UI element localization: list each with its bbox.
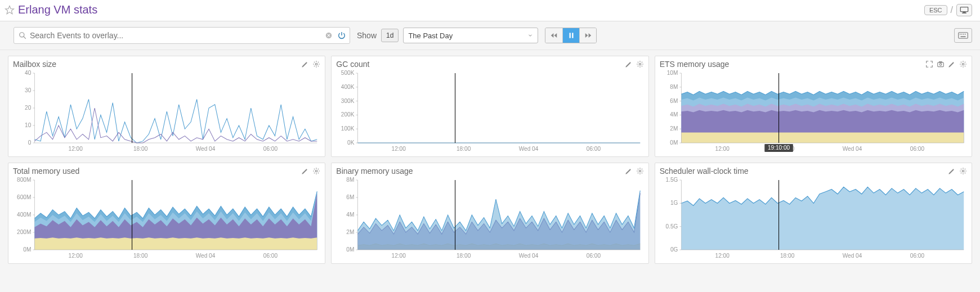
chart-grid: Mailbox size 01020304012:0018:00Wed 0406…: [0, 50, 980, 269]
svg-text:06:00: 06:00: [910, 146, 924, 152]
pencil-icon[interactable]: [948, 60, 956, 68]
svg-rect-3: [963, 12, 966, 13]
gear-icon[interactable]: [312, 60, 320, 68]
svg-text:19:10:00: 19:10:00: [768, 145, 790, 151]
chart-body[interactable]: 0K100K200K300K400K500K12:0018:00Wed 0406…: [336, 70, 643, 154]
svg-text:18:00: 18:00: [457, 146, 471, 152]
svg-text:12:00: 12:00: [715, 146, 730, 152]
pause-icon: [567, 32, 575, 39]
gear-icon[interactable]: [959, 60, 967, 68]
chart-body[interactable]: 0M2M4M6M8M12:0018:00Wed 0406:00: [336, 177, 643, 261]
time-preset-button[interactable]: 1d: [381, 29, 399, 42]
svg-text:06:00: 06:00: [587, 253, 601, 259]
chart-body[interactable]: 0M200M400M600M800M12:0018:00Wed 0406:00: [13, 177, 320, 261]
svg-text:0.5G: 0.5G: [665, 223, 678, 230]
chart-svg[interactable]: 0K100K200K300K400K500K12:0018:00Wed 0406…: [336, 70, 643, 154]
forward-icon: [584, 32, 592, 39]
rewind-button[interactable]: [545, 28, 562, 43]
pencil-icon[interactable]: [948, 167, 956, 175]
fullscreen-monitor-button[interactable]: [956, 4, 972, 16]
header-sep: /: [951, 5, 953, 15]
svg-text:300K: 300K: [341, 98, 355, 104]
svg-text:10: 10: [25, 122, 32, 128]
chart-panel-gc: GC count 0K100K200K300K400K500K12:0018:0…: [331, 56, 648, 157]
svg-text:20: 20: [25, 105, 32, 111]
keyboard-shortcuts-button[interactable]: [954, 28, 972, 43]
esc-button[interactable]: ESC: [924, 5, 947, 15]
chart-body[interactable]: 01020304012:0018:00Wed 0406:00: [13, 70, 320, 154]
header-left: Erlang VM stats: [5, 3, 97, 16]
gear-icon[interactable]: [636, 60, 644, 68]
camera-icon[interactable]: [937, 60, 945, 68]
svg-text:500K: 500K: [341, 70, 355, 76]
power-icon[interactable]: [337, 31, 346, 40]
svg-text:40: 40: [25, 70, 32, 76]
rewind-icon: [550, 32, 558, 39]
chart-svg[interactable]: 0M2M4M6M8M10M12:0018:00Wed 0406:0019:10:…: [660, 70, 967, 154]
gear-icon[interactable]: [312, 167, 320, 175]
expand-icon[interactable]: [925, 60, 933, 68]
panel-title: Mailbox size: [13, 60, 56, 69]
svg-text:400K: 400K: [341, 84, 355, 90]
show-label: Show: [357, 31, 377, 40]
svg-text:Wed 04: Wed 04: [196, 146, 216, 152]
svg-rect-13: [965, 34, 966, 35]
chart-panel-ets: ETS memory usage 0M2M4M6M8M10M12:0018:00…: [655, 56, 972, 157]
panel-title: Total memory used: [13, 167, 79, 176]
svg-rect-10: [960, 34, 961, 35]
pencil-icon[interactable]: [301, 167, 309, 175]
svg-rect-9: [959, 33, 968, 39]
panel-actions: [625, 167, 644, 175]
chart-svg[interactable]: 0M2M4M6M8M12:0018:00Wed 0406:00: [336, 177, 643, 261]
chart-panel-mailbox: Mailbox size 01020304012:0018:00Wed 0406…: [8, 56, 325, 157]
svg-rect-1: [960, 7, 968, 11]
chart-svg[interactable]: 01020304012:0018:00Wed 0406:00: [13, 70, 320, 154]
search-input[interactable]: [30, 28, 325, 43]
chart-body[interactable]: 0G0.5G1G1.5G12:0018:00Wed 0406:00: [660, 177, 967, 261]
search-input-wrap[interactable]: [14, 27, 350, 44]
svg-text:200M: 200M: [17, 229, 31, 235]
svg-point-33: [639, 63, 641, 65]
svg-text:Wed 04: Wed 04: [842, 253, 862, 259]
svg-text:0M: 0M: [347, 246, 355, 253]
clear-icon[interactable]: [325, 32, 333, 39]
dashboard-header: Erlang VM stats ESC /: [0, 0, 980, 21]
panel-title: Scheduler wall-clock time: [660, 167, 749, 176]
forward-button[interactable]: [579, 28, 596, 43]
chart-svg[interactable]: 0M200M400M600M800M12:0018:00Wed 0406:00: [13, 177, 320, 261]
svg-text:800M: 800M: [17, 177, 31, 183]
panel-head: Binary memory usage: [336, 167, 643, 176]
svg-text:4M: 4M: [670, 111, 678, 118]
pause-button[interactable]: [562, 28, 579, 43]
star-icon[interactable]: [5, 5, 15, 15]
svg-point-56: [962, 63, 964, 65]
search-icon: [19, 32, 26, 39]
controls-bar: Show 1d The Past Day: [0, 21, 980, 50]
svg-text:6M: 6M: [670, 98, 678, 104]
svg-text:8M: 8M: [670, 84, 678, 90]
svg-text:10M: 10M: [666, 70, 678, 76]
svg-text:Wed 04: Wed 04: [196, 253, 216, 259]
chart-panel-binmem: Binary memory usage 0M2M4M6M8M12:0018:00…: [331, 163, 648, 264]
svg-text:18:00: 18:00: [133, 253, 148, 259]
time-range-select[interactable]: The Past Day: [403, 28, 538, 43]
svg-rect-55: [939, 61, 942, 62]
panel-title: ETS memory usage: [660, 60, 730, 69]
svg-rect-8: [572, 33, 573, 38]
pencil-icon[interactable]: [625, 167, 633, 175]
svg-point-54: [939, 64, 942, 66]
chart-body[interactable]: 0M2M4M6M8M10M12:0018:00Wed 0406:0019:10:…: [660, 70, 967, 154]
svg-text:0K: 0K: [347, 140, 355, 146]
pencil-icon[interactable]: [301, 60, 309, 68]
svg-rect-14: [961, 37, 966, 38]
playback-controls: [545, 28, 597, 43]
time-range-group: Show 1d The Past Day: [357, 28, 538, 43]
chart-svg[interactable]: 0G0.5G1G1.5G12:0018:00Wed 0406:00: [660, 177, 967, 261]
svg-text:1.5G: 1.5G: [665, 177, 678, 183]
gear-icon[interactable]: [959, 167, 967, 175]
svg-text:06:00: 06:00: [263, 146, 278, 152]
panel-actions: [925, 60, 967, 68]
gear-icon[interactable]: [636, 167, 644, 175]
pencil-icon[interactable]: [625, 60, 633, 68]
panel-head: ETS memory usage: [660, 60, 967, 69]
